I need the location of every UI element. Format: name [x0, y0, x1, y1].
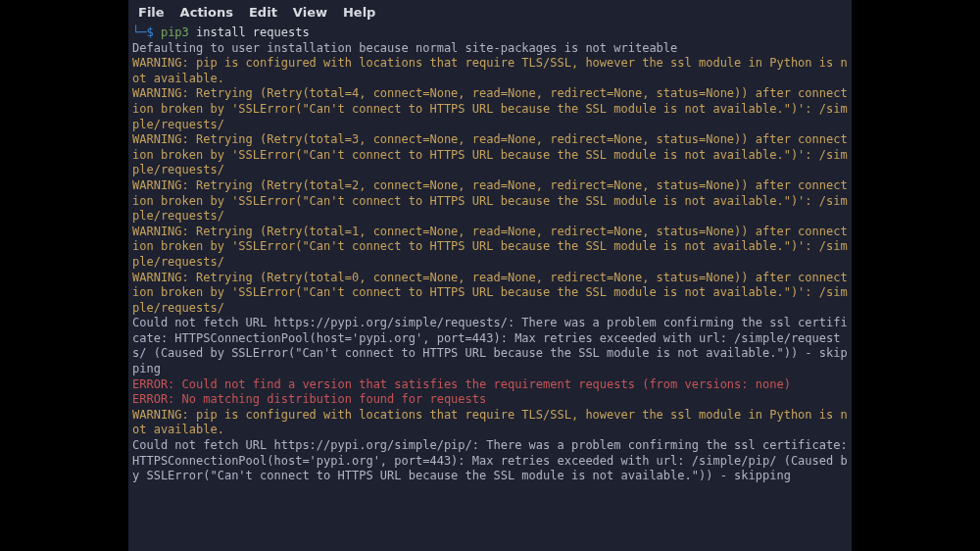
menu-view[interactable]: View	[293, 5, 327, 20]
menubar: File Actions Edit View Help	[128, 0, 852, 24]
menu-help[interactable]: Help	[343, 5, 375, 20]
terminal-window: File Actions Edit View Help └─$ pip3 ins…	[128, 0, 852, 551]
menu-file[interactable]: File	[138, 5, 165, 20]
command-args: install requests	[189, 25, 310, 39]
terminal-body[interactable]: └─$ pip3 install requestsDefaulting to u…	[128, 24, 852, 551]
output-warning: WARNING: Retrying (Retry(total=2, connec…	[132, 178, 848, 223]
output-warning: WARNING: Retrying (Retry(total=0, connec…	[132, 271, 848, 315]
menu-edit[interactable]: Edit	[249, 5, 277, 20]
output-warning: WARNING: Retrying (Retry(total=3, connec…	[132, 132, 848, 176]
output-error: ERROR: Could not find a version that sat…	[132, 377, 791, 391]
output-warning: WARNING: Retrying (Retry(total=4, connec…	[132, 86, 848, 130]
output-warning: WARNING: pip is configured with location…	[132, 408, 848, 437]
menu-actions[interactable]: Actions	[180, 5, 233, 20]
output-warning: WARNING: pip is configured with location…	[132, 56, 848, 85]
prompt-line: └─$ pip3 install requests	[132, 25, 848, 41]
output-warning: WARNING: Retrying (Retry(total=1, connec…	[132, 225, 848, 269]
output-line: Could not fetch URL https://pypi.org/sim…	[132, 316, 848, 376]
output-line: Could not fetch URL https://pypi.org/sim…	[132, 438, 852, 482]
output-line: Defaulting to user installation because …	[132, 41, 677, 55]
command-name: pip3	[161, 25, 189, 39]
prompt-symbol: $	[146, 25, 153, 39]
prompt-path: └─	[132, 25, 146, 39]
output-error: ERROR: No matching distribution found fo…	[132, 392, 486, 406]
